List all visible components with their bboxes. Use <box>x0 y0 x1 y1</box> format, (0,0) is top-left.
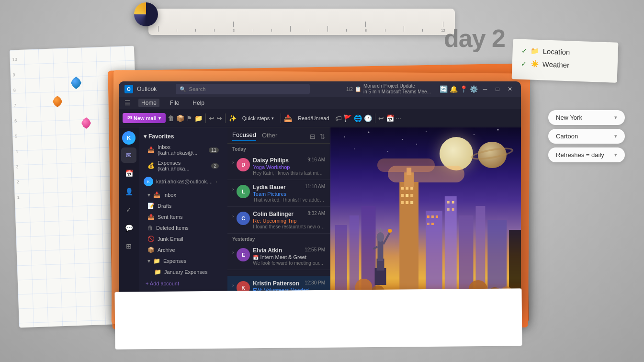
checklist-note: ✓ 📁 Location ✓ ☀️ Weather <box>512 39 619 83</box>
email-item[interactable]: › D Daisy Philips 9:16 AM Yoga Workshop … <box>227 153 330 180</box>
drafts-icon: 📝 <box>147 203 155 209</box>
ai-icon[interactable]: ✨ <box>228 114 237 122</box>
archive-icon[interactable]: 📦 <box>176 114 184 122</box>
tab-focused[interactable]: Focused <box>232 131 256 141</box>
email-item[interactable]: › C Colin Ballinger 8:32 AM Re: Upcoming… <box>227 207 330 234</box>
chevron-down-icon: ▾ <box>614 114 617 121</box>
city-skyline-svg <box>330 168 521 302</box>
folder-archive[interactable]: 📦 Archive <box>141 245 226 255</box>
inbox-icon[interactable]: 📥 <box>284 114 292 122</box>
svg-line-54 <box>382 229 383 232</box>
email-content: Lydia Bauer 11:10 AM Team Pictures That … <box>253 184 325 203</box>
read-unread-label: Read/Unread <box>298 115 329 121</box>
undo2-icon[interactable]: ↩ <box>378 114 384 122</box>
svg-rect-18 <box>401 187 404 190</box>
delete-icon[interactable]: 🗑 <box>168 114 174 122</box>
folder-junk[interactable]: 🚫 Junk Email <box>141 234 226 244</box>
nav-chat-icon[interactable]: 💬 <box>121 220 136 236</box>
tab-other[interactable]: Other <box>262 132 278 141</box>
grid-num: 5 <box>15 134 20 138</box>
filter-icon[interactable]: ⊟ <box>310 133 316 140</box>
nav-mail-icon[interactable]: ✉ <box>121 147 136 163</box>
flag-icon[interactable]: 🚩 <box>344 114 352 122</box>
email-content: Colin Ballinger 8:32 AM Re: Upcoming Tri… <box>253 211 325 229</box>
quick-steps-button[interactable]: Quick steps ▾ <box>238 113 278 123</box>
ruler-mark <box>290 26 291 33</box>
chevron-down-icon-3: ▾ <box>614 152 617 158</box>
inbox-icon-2: 📥 <box>153 192 160 198</box>
add-account-button[interactable]: + Add account <box>139 278 227 289</box>
grid-num: 2 <box>16 180 21 184</box>
tag-icon[interactable]: 🏷 <box>335 114 342 122</box>
checklist-weather-item: ✓ ☀️ Weather <box>520 59 609 70</box>
expenses-folder-icon: 💰 <box>147 162 155 169</box>
folder-jan-expenses[interactable]: 📁 January Expenses <box>141 267 226 277</box>
new-mail-button[interactable]: ✉ New mail ▾ <box>123 113 166 123</box>
menu-file[interactable]: File <box>167 99 182 107</box>
rules-icon[interactable]: ⚑ <box>186 114 192 122</box>
read-unread-button[interactable]: Read/Unread <box>294 113 333 123</box>
hamburger-icon[interactable]: ☰ <box>124 99 131 107</box>
menu-home[interactable]: Home <box>138 99 159 107</box>
grid-num: 1 <box>17 195 22 200</box>
folder-expenses-account[interactable]: ▾ 📁 Expenses <box>141 256 226 266</box>
svg-point-2 <box>402 139 403 140</box>
nav-apps-icon[interactable]: ⊞ <box>121 238 136 254</box>
checklist-location-item: ✓ 📁 Location <box>521 46 609 57</box>
menu-help[interactable]: Help <box>190 99 207 107</box>
minimize-button[interactable]: ─ <box>480 84 490 94</box>
search-icon: 🔍 <box>180 86 186 92</box>
globe-orb <box>134 2 158 26</box>
translate-icon[interactable]: 🌐 <box>354 114 362 122</box>
user-avatar[interactable]: K <box>122 131 136 145</box>
account-inbox-icon: ▾ <box>147 192 150 198</box>
time-icon[interactable]: 🕐 <box>364 114 372 122</box>
calendar-icon[interactable]: 📅 <box>386 114 394 122</box>
search-box[interactable]: 🔍 Search <box>176 84 310 94</box>
grid-num: 3 <box>16 164 21 169</box>
archive-folder-icon: 📦 <box>147 247 155 253</box>
svg-rect-17 <box>407 168 411 175</box>
email-avatar: C <box>237 212 250 225</box>
svg-rect-39 <box>452 201 454 204</box>
ruler-mark <box>177 29 177 33</box>
svg-rect-35 <box>436 215 438 218</box>
svg-rect-33 <box>427 215 429 218</box>
folder-account-inbox[interactable]: ▾ 📥 Inbox <box>141 190 226 200</box>
sort-icon[interactable]: ⇅ <box>319 133 325 140</box>
toolbar: ✉ New mail ▾ 🗑 📦 ⚑ 📁 ↩ ↪ ✨ Quick steps ▾… <box>119 109 521 127</box>
folder-drafts[interactable]: 📝 Drafts <box>141 201 226 211</box>
settings-card-city[interactable]: New York ▾ <box>548 110 625 125</box>
date-separator-yesterday: Yesterday <box>227 234 330 243</box>
jan-expenses-label: January Expenses <box>164 269 208 275</box>
svg-rect-23 <box>410 194 413 197</box>
undo-icon[interactable]: ↩ <box>209 114 215 122</box>
account-header: K katri.ahokas@outlook.... › <box>139 174 227 189</box>
email-item[interactable]: › L Lydia Bauer 11:10 AM Team Pictures T… <box>227 180 330 207</box>
maximize-button[interactable]: □ <box>492 84 503 94</box>
ruler-mark: 8 <box>365 22 367 33</box>
nav-contacts-icon[interactable]: 👤 <box>121 184 136 199</box>
email-avatar: D <box>237 158 250 171</box>
email-header-row: Elvia Atkin 12:55 PM <box>253 247 325 254</box>
svg-rect-50 <box>378 239 384 261</box>
folder-deleted[interactable]: 🗑 Deleted Items <box>141 223 226 233</box>
folder-inbox-favorites[interactable]: 📥 Inbox (katri.ahokas@... 11 <box>141 142 226 158</box>
more-icon[interactable]: ··· <box>396 114 402 122</box>
close-button[interactable]: ✕ <box>505 84 515 94</box>
settings-card-style[interactable]: Cartoon ▾ <box>548 129 625 144</box>
email-item[interactable]: › E Elvia Atkin 12:55 PM 📅 Intern Meet &… <box>227 243 330 270</box>
folder-sent[interactable]: 📤 Sent Items <box>141 212 226 222</box>
notification-icon: 📋 <box>355 86 362 92</box>
nav-calendar-icon[interactable]: 📅 <box>121 166 136 181</box>
nav-tasks-icon[interactable]: ✓ <box>121 202 136 217</box>
redo-icon[interactable]: ↪ <box>216 114 222 122</box>
svg-point-3 <box>426 131 427 132</box>
move-icon[interactable]: 📁 <box>194 114 203 122</box>
settings-card-refresh[interactable]: Refreshes = daily ▾ <box>548 147 625 162</box>
email-header-row: Daisy Philips 9:16 AM <box>253 157 325 164</box>
folder-expenses-favorites[interactable]: 💰 Expenses (katri.ahoka... 2 <box>141 158 226 173</box>
ruler-mark <box>195 29 196 33</box>
settings-icon[interactable]: ⚙️ <box>470 85 478 93</box>
meeting-invite-strip: 📅 Wed 8/30/2024 11:30... RSVP <box>227 270 330 276</box>
